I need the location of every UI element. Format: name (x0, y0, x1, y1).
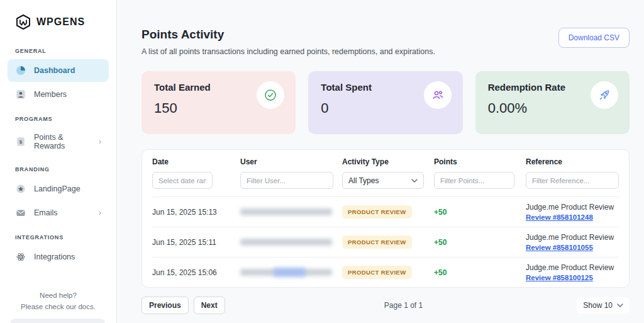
sidebar-item-label: Emails (34, 208, 58, 217)
points-filter-input[interactable] (434, 172, 514, 189)
user-filter-input[interactable] (240, 172, 333, 189)
check-circle-icon (257, 81, 284, 109)
chevron-right-icon: › (99, 137, 101, 146)
sidebar-item-emails[interactable]: Emails › (8, 201, 109, 224)
row-date: Jun 15, 2025 15:06 (152, 268, 240, 277)
pagination-bar: Previous Next Page 1 of 1 Show 10 (142, 294, 630, 317)
stats-row: Total Earned 150 Total Spent 0 (142, 71, 630, 134)
sidebar-item-label: Integrations (34, 252, 75, 261)
column-user: User (240, 157, 342, 189)
activity-type-badge: PRODUCT REVIEW (342, 205, 412, 218)
column-reference: Reference (526, 157, 619, 189)
user-icon (15, 89, 26, 100)
page-subtitle: A list of all points transactions includ… (142, 47, 435, 56)
reference-link[interactable]: Review #858101248 (526, 213, 593, 221)
users-icon (424, 81, 452, 109)
page-title: Points Activity (142, 28, 435, 42)
sidebar-item-points-rewards[interactable]: $ Points & Rewards › (8, 127, 109, 156)
stat-card-redemption-rate: Redemption Rate 0.00% (475, 71, 630, 134)
show-per-page-select[interactable]: Show 10 (577, 297, 630, 314)
points-activity-table: Date User Activity Type All Types (142, 149, 630, 288)
sidebar-item-landingpage[interactable]: LandingPage (8, 178, 109, 200)
app-window: WPGENS General Dashboard Members P (0, 0, 644, 323)
column-activity-type: Activity Type All Types (342, 157, 434, 189)
reference-filter-input[interactable] (526, 172, 619, 189)
sidebar-item-label: Points & Rewards (34, 133, 91, 150)
download-csv-button[interactable]: Download CSV (558, 28, 630, 48)
blurred-email (240, 269, 332, 276)
table-row: Jun 15, 2025 15:11 PRODUCT REVIEW +50 Ju… (152, 227, 619, 257)
help-line1: Need help? (0, 290, 116, 301)
row-activity-type: PRODUCT REVIEW (342, 235, 434, 249)
page-info: Page 1 of 1 (230, 301, 577, 310)
reference-title: Judge.me Product Review (526, 233, 619, 242)
table-header-row: Date User Activity Type All Types (152, 157, 619, 196)
sidebar-item-integrations[interactable]: Integrations (8, 246, 109, 268)
sidebar-item-label: LandingPage (34, 184, 80, 193)
column-header-date: Date (152, 157, 240, 166)
row-activity-type: PRODUCT REVIEW (342, 205, 434, 218)
row-activity-type: PRODUCT REVIEW (342, 266, 434, 279)
chevron-down-icon (411, 179, 418, 183)
row-points: +50 (434, 208, 526, 217)
row-reference: Judge.me Product Review Review #85810105… (526, 233, 619, 252)
row-points: +50 (434, 238, 526, 247)
sidebar-footer-partial (10, 319, 105, 323)
section-label-branding: Branding (0, 166, 116, 173)
svg-text:$: $ (19, 139, 23, 145)
activity-type-selected-value: All Types (348, 176, 379, 185)
blurred-email (240, 208, 332, 215)
column-header-user: User (240, 157, 342, 166)
row-reference: Judge.me Product Review Review #85810012… (526, 263, 619, 282)
section-label-programs: Programs (0, 116, 116, 122)
wpgens-cube-icon (15, 14, 31, 30)
row-date: Jun 15, 2025 15:11 (152, 238, 240, 247)
blurred-email (240, 239, 332, 246)
table-row: Jun 15, 2025 15:13 PRODUCT REVIEW +50 Ju… (152, 196, 619, 227)
previous-page-button[interactable]: Previous (142, 297, 189, 314)
page-header: Points Activity A list of all points tra… (142, 28, 630, 56)
column-header-reference: Reference (526, 157, 619, 166)
rocket-icon (591, 81, 618, 109)
brand-logo: WPGENS (0, 14, 116, 30)
activity-type-badge: PRODUCT REVIEW (342, 235, 412, 249)
row-user-redacted (240, 269, 342, 276)
stat-card-total-spent: Total Spent 0 (308, 71, 462, 134)
column-header-activity-type: Activity Type (342, 157, 434, 166)
table-row: Jun 15, 2025 15:06 PRODUCT REVIEW +50 Ju… (152, 257, 619, 287)
help-line2: Please check our docs. (0, 301, 116, 312)
section-label-integrations: Integrations (0, 234, 116, 241)
date-range-filter-input[interactable] (152, 172, 213, 189)
column-points: Points (434, 157, 526, 189)
page-header-text: Points Activity A list of all points tra… (142, 28, 435, 56)
atom-icon (15, 251, 26, 263)
row-date: Jun 15, 2025 15:13 (152, 208, 240, 217)
column-header-points: Points (434, 157, 526, 166)
sidebar: WPGENS General Dashboard Members P (0, 0, 117, 323)
section-label-general: General (0, 48, 116, 54)
show-per-page-label: Show 10 (583, 301, 613, 310)
next-page-button[interactable]: Next (194, 297, 225, 314)
brand-name: WPGENS (36, 16, 85, 28)
activity-type-badge: PRODUCT REVIEW (342, 266, 412, 279)
row-points: +50 (434, 268, 526, 277)
reference-link[interactable]: Review #858101055 (526, 244, 593, 251)
column-date: Date (152, 157, 240, 189)
stat-card-total-earned: Total Earned 150 (142, 71, 296, 134)
reference-link[interactable]: Review #858100125 (526, 274, 593, 281)
star-icon (15, 183, 26, 195)
main-content: Points Activity A list of all points tra… (117, 0, 644, 323)
mail-icon (15, 207, 26, 218)
reference-title: Judge.me Product Review (526, 203, 619, 212)
sidebar-item-dashboard[interactable]: Dashboard (8, 59, 109, 82)
activity-type-select[interactable]: All Types (342, 172, 424, 189)
blur-highlight (274, 268, 306, 277)
row-reference: Judge.me Product Review Review #85810124… (526, 203, 619, 222)
pie-chart-icon (15, 65, 26, 76)
sidebar-item-label: Dashboard (34, 66, 75, 75)
sidebar-item-label: Members (34, 90, 67, 99)
chevron-down-icon (617, 303, 623, 307)
row-user-redacted (240, 208, 342, 215)
reference-title: Judge.me Product Review (526, 263, 619, 272)
sidebar-item-members[interactable]: Members (8, 83, 109, 106)
